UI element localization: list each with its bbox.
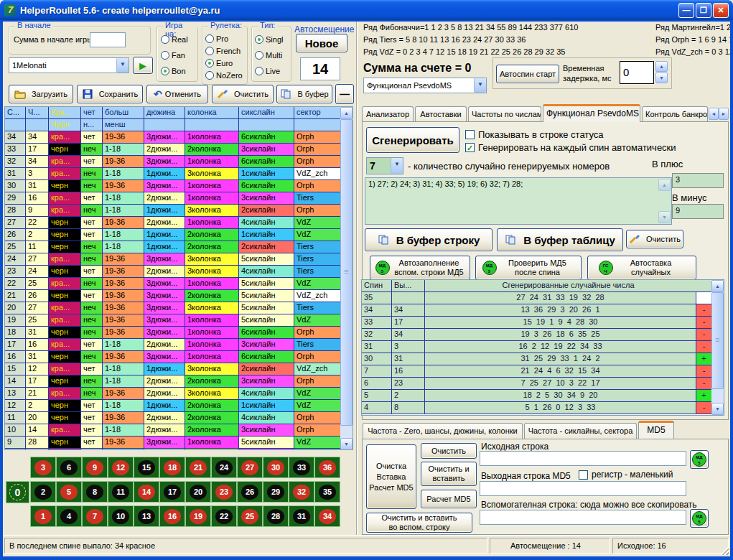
md5-source-run-button[interactable]: МД5 — [690, 450, 709, 469]
clear-sequence-button[interactable]: Очистить — [626, 230, 683, 248]
count-combo[interactable]: 7 ▼ — [366, 157, 403, 174]
tab-analyzer[interactable]: Анализатор — [362, 106, 414, 122]
board-cell-24[interactable]: 24 — [211, 457, 237, 478]
md5-clear-paste-aux-button[interactable]: Очистить и вставить во вспом. строку — [366, 513, 472, 533]
table-row[interactable]: 323419 3 26 18 6 35 25- — [362, 329, 724, 341]
board-cell-26[interactable]: 26 — [237, 481, 263, 503]
profile-combo[interactable]: 1Melonati ▼ — [9, 57, 129, 73]
scroll-down-icon[interactable]: ▼ — [340, 438, 353, 450]
board-cell-36[interactable]: 36 — [314, 457, 340, 478]
chevron-down-icon[interactable]: ▼ — [391, 158, 403, 174]
save-button[interactable]: Сохранить — [77, 85, 143, 103]
minus-value-field[interactable]: 9 — [672, 204, 724, 219]
delay-spinner[interactable]: ▲ ▼ — [655, 61, 668, 84]
check-md5-button[interactable]: МД5 Проверить МД5 после спина — [475, 256, 582, 280]
table-row[interactable]: 818кра...чет1-182дюжи...3колонка3сиклайн… — [5, 449, 353, 450]
board-cell-16[interactable]: 16 — [159, 505, 185, 527]
board-cell-12[interactable]: 12 — [108, 457, 134, 478]
board-cell-9[interactable]: 9 — [82, 457, 108, 478]
board-cell-5[interactable]: 5 — [56, 481, 82, 503]
table-row[interactable]: 2427кра...неч19-363дюжи...3колонка5сикла… — [5, 253, 353, 266]
radio-singl[interactable]: Singl — [255, 35, 283, 44]
board-cell-7[interactable]: 7 — [82, 505, 108, 527]
chevron-down-icon[interactable]: ▼ — [116, 58, 129, 73]
radio-pro[interactable]: Pro — [205, 34, 228, 43]
table-row[interactable]: 3317черннеч1-182дюжи...2колонка3сиклайнO… — [5, 144, 353, 156]
board-cell-25[interactable]: 25 — [237, 505, 263, 527]
table-row[interactable]: 1716кра...чет1-182дюжи...1колонка3сиклай… — [5, 339, 353, 351]
buffer-button[interactable]: В буфер — [276, 85, 332, 103]
tab-freq-chances[interactable]: Частота - Zero, шансы, дюжины, колонки — [363, 423, 523, 439]
board-cell-34[interactable]: 34 — [314, 505, 340, 527]
radio-fan[interactable]: Fan — [161, 51, 185, 60]
board-cell-27[interactable]: 27 — [237, 457, 263, 478]
table-row[interactable]: 1512кра...чет1-181дюжи...3колонка2сиклай… — [5, 363, 353, 375]
table-row[interactable]: 313кра...неч1-181дюжи...3колонка1сиклайн… — [5, 168, 353, 180]
scroll-up-icon[interactable]: ▲ — [711, 280, 724, 292]
table-row[interactable]: 1631черннеч19-363дюжи...1колонка6сиклайн… — [5, 351, 353, 363]
md5-clear-paste-button[interactable]: Очистить и вставить — [421, 462, 477, 486]
board-cell-15[interactable]: 15 — [134, 457, 159, 478]
tab-bankroll[interactable]: Контроль банкролла — [642, 106, 708, 122]
delay-input[interactable]: 0 — [620, 61, 654, 84]
board-cell-10[interactable]: 10 — [108, 505, 134, 527]
board-cell-2[interactable]: 2 — [30, 481, 56, 503]
mode-combo[interactable]: Функционал PsevdoMS ▼ — [363, 78, 487, 93]
new-button[interactable]: Новое — [296, 34, 347, 52]
board-cell-18[interactable]: 18 — [159, 457, 185, 478]
board-cell-8[interactable]: 8 — [82, 481, 108, 503]
table-row[interactable]: 122чернчет1-181дюжи...2колонка1сиклайнVd… — [5, 400, 353, 412]
board-cell-30[interactable]: 30 — [263, 457, 289, 478]
tab-frequencies[interactable]: Частоты по числам — [468, 106, 541, 122]
scroll-down-icon[interactable]: ▼ — [711, 403, 724, 415]
table-row[interactable]: 3527 24 31 33 19 32 28 — [362, 292, 724, 304]
radio-nozero[interactable]: NoZero — [205, 71, 243, 80]
scroll-down-icon[interactable]: ▼ — [658, 211, 671, 223]
radio-french[interactable]: French — [205, 47, 241, 55]
autospin-button[interactable]: Автоспин старт — [496, 65, 559, 83]
table-row[interactable]: 262чернчет1-181дюжи...2колонка1сиклайнVd… — [5, 229, 353, 241]
start-sum-input[interactable] — [90, 32, 126, 47]
board-cell-1[interactable]: 1 — [30, 505, 56, 527]
board-cell-11[interactable]: 11 — [108, 481, 134, 503]
scroll-up-icon[interactable]: ▲ — [658, 179, 671, 191]
autobet-random-button[interactable]: ГСЧ Автоставка случайных — [587, 256, 696, 280]
board-cell-31[interactable]: 31 — [289, 505, 314, 527]
table-row[interactable]: 303131 25 29 33 1 24 2+ — [362, 353, 724, 365]
table-row[interactable]: 3434кра...чет19-363дюжи...1колонка6сикла… — [5, 131, 353, 144]
maximize-button[interactable]: ❐ — [696, 3, 711, 18]
table-row[interactable]: 71621 24 4 6 32 15 34- — [362, 365, 724, 378]
board-cell-13[interactable]: 13 — [134, 505, 159, 527]
board-cell-4[interactable]: 4 — [56, 505, 82, 527]
md5-calc-button[interactable]: Расчет MD5 — [421, 490, 477, 508]
table-row[interactable]: 2225кра...неч19-363дюжи...1колонка5сикла… — [5, 278, 353, 290]
spin-up-icon[interactable]: ▲ — [655, 61, 668, 72]
table-row[interactable]: 2722чернчет19-362дюжи...1колонка4сиклайн… — [5, 217, 353, 229]
tab-scroll-arrows[interactable]: ◄ ► — [709, 108, 729, 120]
table-row[interactable]: 1417черннеч1-182дюжи...2колонка3сиклайнO… — [5, 375, 353, 388]
table-row[interactable]: 31316 2 12 19 22 34 33- — [362, 341, 724, 353]
md5-aux-input[interactable] — [480, 510, 686, 525]
tab-freq-sectors[interactable]: Частота - сиклайны, сектора — [524, 423, 637, 439]
tab-md5[interactable]: MD5 — [638, 421, 674, 439]
load-button[interactable]: Загрузить — [9, 85, 73, 103]
spin-down-icon[interactable]: ▼ — [655, 73, 668, 83]
table-row[interactable]: 2916кра...чет1-182дюжи...1колонка3сиклай… — [5, 192, 353, 205]
radio-live[interactable]: Live — [255, 67, 280, 75]
spins-scrollbar[interactable]: ▲ ▼ — [711, 280, 724, 415]
radio-euro[interactable]: Euro — [205, 59, 233, 67]
md5-big-button[interactable]: Очистка Вставка Расчет MD5 — [366, 444, 416, 509]
table-row[interactable]: 1831черннеч19-363дюжи...1колонка6сиклайн… — [5, 327, 353, 339]
table-row[interactable]: 2511черннеч1-181дюжи...2колонка2сиклайнT… — [5, 241, 353, 253]
table-row[interactable]: 2027кра...неч19-363дюжи...3колонка5сикла… — [5, 302, 353, 314]
table-row[interactable]: 2324чернчет19-362дюжи...3колонка4сиклайн… — [5, 266, 353, 278]
autofill-md5-button[interactable]: МД5 Автозаполнение вспом. строки МД5 — [370, 256, 470, 280]
sequence-textarea[interactable]: 1) 27; 2) 24; 3) 31; 4) 33; 5) 19; 6) 32… — [365, 177, 672, 225]
board-cell-14[interactable]: 14 — [134, 481, 159, 503]
board-cell-32[interactable]: 32 — [289, 481, 314, 503]
generate-button[interactable]: Сгенерировать — [366, 127, 459, 153]
board-cell-28[interactable]: 28 — [263, 505, 289, 527]
table-row[interactable]: 1321кра...неч19-362дюжи...3колонка4сикла… — [5, 388, 353, 400]
scroll-up-icon[interactable]: ▲ — [340, 107, 353, 119]
radio-real[interactable]: Real — [161, 35, 188, 44]
